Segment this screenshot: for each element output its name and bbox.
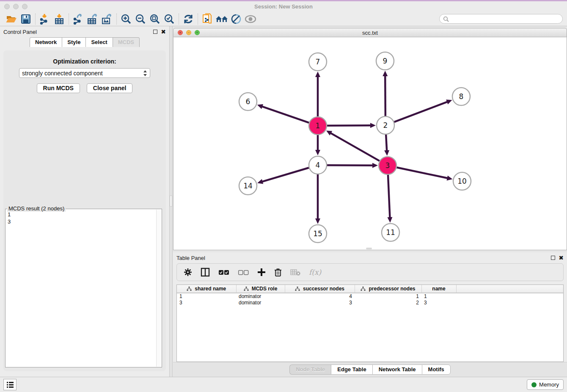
tab-select[interactable]: Select bbox=[85, 37, 112, 47]
create-column-button[interactable] bbox=[257, 268, 266, 276]
task-history-button[interactable] bbox=[3, 379, 17, 390]
mcds-result-line: 3 bbox=[8, 218, 154, 225]
search-input[interactable] bbox=[451, 16, 559, 22]
edge-arrow-3-10 bbox=[447, 176, 453, 181]
node-label-6: 6 bbox=[246, 97, 250, 106]
edge-1-2[interactable] bbox=[327, 125, 371, 126]
close-panel-button[interactable]: Close panel bbox=[87, 83, 133, 93]
node-label-9: 9 bbox=[383, 57, 388, 65]
zoom-selected-button[interactable] bbox=[162, 13, 176, 25]
export-table-button[interactable] bbox=[85, 13, 100, 25]
gear-icon bbox=[184, 268, 192, 276]
tab-edge-table[interactable]: Edge Table bbox=[331, 364, 372, 375]
table-panel: Table Panel ✖ bbox=[173, 252, 567, 377]
zoom-in-icon bbox=[121, 14, 132, 25]
cell-predecessor-nodes[interactable]: 1 bbox=[355, 293, 421, 300]
new-network-from-selection-button[interactable] bbox=[200, 13, 215, 25]
canvas-resize-grip[interactable] bbox=[366, 248, 372, 249]
tab-network-table[interactable]: Network Table bbox=[372, 364, 422, 375]
close-panel-icon[interactable]: ✖ bbox=[559, 255, 564, 261]
unchecked-boxes-icon bbox=[238, 270, 249, 275]
result-scrollbar[interactable] bbox=[156, 210, 161, 367]
divider-grip[interactable] bbox=[170, 196, 172, 207]
node-label-7: 7 bbox=[316, 58, 320, 66]
network-graph[interactable]: 7968124314101511 bbox=[173, 37, 567, 249]
criterion-select[interactable]: strongly connected component bbox=[19, 68, 150, 78]
cell-predecessor-nodes[interactable]: 2 bbox=[355, 300, 421, 306]
node-label-8: 8 bbox=[459, 92, 464, 101]
edge-2-3[interactable] bbox=[386, 135, 387, 151]
delete-table-icon bbox=[290, 269, 300, 276]
column-header-name[interactable]: name bbox=[421, 285, 456, 293]
toolbar-separator bbox=[116, 14, 117, 25]
cell-shared-name[interactable]: 3 bbox=[177, 300, 236, 306]
search-box[interactable] bbox=[439, 14, 563, 24]
control-panel-tabs: NetworkStyleSelectMCDS bbox=[0, 37, 169, 47]
float-panel-icon[interactable] bbox=[551, 256, 555, 260]
edge-3-1[interactable] bbox=[330, 133, 380, 161]
zoom-out-button[interactable] bbox=[133, 13, 148, 25]
close-panel-icon[interactable]: ✖ bbox=[161, 29, 166, 35]
cell-MCDS-role[interactable]: dominator bbox=[236, 293, 285, 300]
export-network-icon bbox=[72, 14, 84, 25]
show-columns-button[interactable] bbox=[201, 268, 210, 277]
column-header-shared-name[interactable]: shared name bbox=[177, 285, 236, 293]
export-image-button[interactable] bbox=[100, 13, 114, 25]
mcds-result-list[interactable]: 13 bbox=[6, 210, 156, 367]
columns-icon bbox=[201, 268, 210, 277]
deselect-all-button[interactable] bbox=[238, 270, 249, 275]
toolbar-separator bbox=[179, 14, 179, 25]
tab-node-table[interactable]: Node Table bbox=[289, 364, 331, 375]
delete-column-button[interactable] bbox=[274, 268, 282, 277]
cell-name[interactable]: 1 bbox=[421, 293, 456, 300]
show-eye-button[interactable] bbox=[243, 13, 258, 25]
memory-button[interactable]: Memory bbox=[527, 379, 564, 390]
column-header-predecessor-nodes[interactable]: predecessor nodes bbox=[355, 285, 421, 293]
float-panel-icon[interactable] bbox=[153, 30, 157, 34]
table-settings-button[interactable] bbox=[184, 268, 192, 276]
toolbar-separator bbox=[69, 14, 69, 25]
first-neighbors-button[interactable] bbox=[215, 13, 229, 25]
hide-graphics-details-button[interactable] bbox=[229, 13, 243, 25]
cell-successor-nodes[interactable]: 4 bbox=[285, 293, 355, 300]
edge-arrow-1-6 bbox=[257, 104, 263, 109]
cell-MCDS-role[interactable]: dominator bbox=[236, 300, 285, 306]
network-canvas[interactable]: 7968124314101511 bbox=[173, 37, 567, 250]
eye-icon bbox=[244, 14, 257, 24]
tab-style[interactable]: Style bbox=[62, 37, 85, 47]
edge-1-6[interactable] bbox=[261, 106, 309, 123]
edge-3-10[interactable] bbox=[397, 168, 448, 178]
table-row[interactable]: 3dominator323 bbox=[177, 300, 563, 306]
table-row[interactable]: 1dominator411 bbox=[177, 293, 563, 300]
edge-2-8[interactable] bbox=[394, 102, 448, 122]
edge-3-11[interactable] bbox=[388, 175, 390, 218]
edge-4-14[interactable] bbox=[262, 168, 309, 182]
import-network-button[interactable] bbox=[38, 13, 52, 25]
import-table-button[interactable] bbox=[52, 13, 66, 25]
save-session-button[interactable] bbox=[19, 13, 33, 25]
select-all-button[interactable] bbox=[218, 270, 229, 275]
zoom-fit-button[interactable] bbox=[148, 13, 162, 25]
network-file-icon bbox=[202, 13, 213, 25]
edge-2-9[interactable] bbox=[385, 75, 385, 116]
run-mcds-button[interactable]: Run MCDS bbox=[37, 83, 80, 93]
cell-shared-name[interactable]: 1 bbox=[177, 293, 236, 300]
tab-network[interactable]: Network bbox=[30, 37, 62, 47]
cell-name[interactable]: 3 bbox=[421, 300, 456, 306]
column-header-filler bbox=[456, 285, 563, 293]
cell-successor-nodes[interactable]: 3 bbox=[285, 300, 355, 306]
column-header-successor-nodes[interactable]: successor nodes bbox=[285, 285, 355, 293]
plus-icon bbox=[257, 268, 266, 276]
network-window-title: scc.txt bbox=[173, 30, 567, 36]
node-table[interactable]: shared nameMCDS rolesuccessor nodesprede… bbox=[176, 284, 564, 362]
panel-divider[interactable] bbox=[169, 26, 173, 377]
edge-4-3[interactable] bbox=[327, 165, 373, 166]
export-network-button[interactable] bbox=[71, 13, 85, 25]
tab-mcds[interactable]: MCDS bbox=[113, 37, 140, 47]
column-header-MCDS-role[interactable]: MCDS role bbox=[236, 285, 285, 293]
refresh-layout-button[interactable] bbox=[181, 13, 195, 25]
zoom-fit-icon bbox=[149, 14, 160, 25]
open-session-button[interactable] bbox=[4, 13, 19, 25]
zoom-in-button[interactable] bbox=[119, 13, 133, 25]
tab-motifs[interactable]: Motifs bbox=[422, 364, 451, 375]
